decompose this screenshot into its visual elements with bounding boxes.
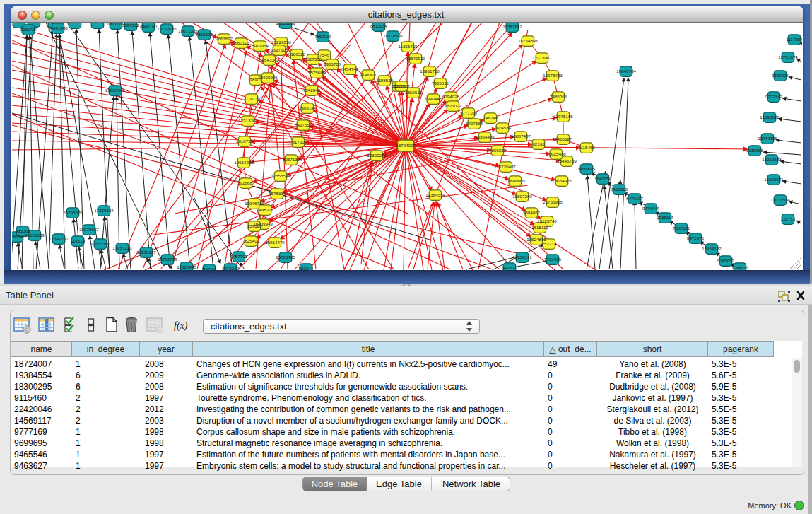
svg-text:5578334: 5578334 xyxy=(269,191,286,196)
svg-text:62160: 62160 xyxy=(532,141,545,146)
svg-text:9777169: 9777169 xyxy=(460,110,478,115)
svg-text:1990448: 1990448 xyxy=(425,96,442,101)
svg-text:10046786: 10046786 xyxy=(245,201,264,206)
svg-text:12384554: 12384554 xyxy=(425,192,445,197)
svg-text:2603144: 2603144 xyxy=(299,105,317,110)
svg-text:15120746: 15120746 xyxy=(537,218,557,223)
svg-text:9463627: 9463627 xyxy=(555,136,572,141)
svg-text:8454749: 8454749 xyxy=(341,66,359,71)
svg-text:7866233: 7866233 xyxy=(489,148,507,153)
svg-text:7625402: 7625402 xyxy=(242,238,260,243)
svg-text:19218506: 19218506 xyxy=(383,33,403,38)
svg-text:9146821: 9146821 xyxy=(360,72,377,77)
svg-text:12213363: 12213363 xyxy=(238,118,258,123)
svg-text:81700: 81700 xyxy=(292,139,305,144)
svg-text:746246: 746246 xyxy=(483,115,498,120)
svg-text:13300273: 13300273 xyxy=(367,153,387,158)
svg-text:2718170: 2718170 xyxy=(243,96,261,101)
svg-text:10025488: 10025488 xyxy=(546,151,566,156)
svg-text:1010755: 1010755 xyxy=(236,139,254,144)
svg-text:13640910: 13640910 xyxy=(406,56,425,61)
svg-text:8813054: 8813054 xyxy=(370,23,388,28)
svg-text:12342757: 12342757 xyxy=(49,236,69,241)
svg-text:f(x): f(x) xyxy=(174,320,188,332)
svg-text:8215958: 8215958 xyxy=(746,148,764,153)
svg-text:17019504: 17019504 xyxy=(770,197,790,202)
svg-text:20364436: 20364436 xyxy=(475,134,495,139)
svg-text:20975887: 20975887 xyxy=(79,227,99,232)
svg-text:7663822: 7663822 xyxy=(216,36,233,41)
svg-text:12093822: 12093822 xyxy=(760,115,779,119)
svg-text:16782759: 16782759 xyxy=(158,257,177,262)
svg-text:6794028: 6794028 xyxy=(442,94,460,99)
svg-text:18445759: 18445759 xyxy=(557,158,577,163)
svg-text:1821022: 1821022 xyxy=(445,103,462,108)
svg-text:2935114: 2935114 xyxy=(657,215,673,220)
svg-text:13716485: 13716485 xyxy=(276,255,295,259)
svg-text:9529906: 9529906 xyxy=(772,73,789,78)
svg-text:7485063: 7485063 xyxy=(550,94,567,99)
svg-text:2906708: 2906708 xyxy=(324,62,341,66)
svg-text:15720407: 15720407 xyxy=(496,164,516,169)
svg-text:15751074: 15751074 xyxy=(778,54,798,59)
svg-text:7515526: 7515526 xyxy=(196,32,213,37)
svg-text:15692971: 15692971 xyxy=(764,177,784,182)
svg-text:12353594: 12353594 xyxy=(271,173,290,178)
svg-text:9242845: 9242845 xyxy=(303,88,321,93)
svg-text:19654985: 19654985 xyxy=(234,160,254,165)
svg-text:116753: 116753 xyxy=(781,216,796,221)
svg-text:8186328: 8186328 xyxy=(288,52,306,57)
svg-text:13654923: 13654923 xyxy=(552,178,572,183)
svg-text:8660123: 8660123 xyxy=(233,40,250,45)
svg-text:252214: 252214 xyxy=(542,241,557,246)
svg-text:1527602: 1527602 xyxy=(122,23,140,28)
svg-text:1362615: 1362615 xyxy=(405,90,423,95)
svg-text:6497568: 6497568 xyxy=(466,121,483,126)
svg-text:10973493: 10973493 xyxy=(543,73,563,78)
svg-text:9699695: 9699695 xyxy=(578,166,596,171)
svg-text:10807487: 10807487 xyxy=(511,134,531,139)
svg-text:12823448: 12823448 xyxy=(177,264,196,269)
svg-text:1588520: 1588520 xyxy=(376,78,394,83)
svg-text:39154: 39154 xyxy=(12,234,23,239)
svg-text:1084533: 1084533 xyxy=(731,265,749,270)
svg-text:7955812: 7955812 xyxy=(432,81,449,86)
svg-text:20756928: 20756928 xyxy=(543,199,563,204)
svg-text:13226058: 13226058 xyxy=(271,40,291,45)
svg-text:2055724: 2055724 xyxy=(20,27,37,32)
svg-text:7857214: 7857214 xyxy=(314,34,332,39)
svg-text:8938923: 8938923 xyxy=(611,187,628,192)
svg-text:9684067: 9684067 xyxy=(523,210,541,215)
svg-text:10719185: 10719185 xyxy=(157,26,177,31)
svg-text:1624534: 1624534 xyxy=(494,125,512,130)
svg-text:8267130: 8267130 xyxy=(283,157,300,162)
svg-text:26206576: 26206576 xyxy=(63,210,83,215)
svg-text:1733426: 1733426 xyxy=(544,257,562,262)
svg-text:8427552: 8427552 xyxy=(295,122,312,127)
svg-text:16210643: 16210643 xyxy=(762,157,782,162)
svg-text:23420046: 23420046 xyxy=(258,75,278,80)
svg-text:16154808: 16154808 xyxy=(518,38,538,43)
svg-text:10958127: 10958127 xyxy=(136,250,156,255)
svg-text:9327503: 9327503 xyxy=(271,47,288,52)
svg-text:12156829: 12156829 xyxy=(25,233,45,238)
svg-text:29053346: 29053346 xyxy=(105,88,125,93)
svg-text:9115460: 9115460 xyxy=(578,145,595,150)
svg-text:16914479: 16914479 xyxy=(265,240,285,245)
svg-text:20387682: 20387682 xyxy=(502,24,522,29)
svg-text:18807269: 18807269 xyxy=(512,194,532,199)
svg-text:6466160: 6466160 xyxy=(140,24,158,29)
svg-text:9327506: 9327506 xyxy=(305,57,322,62)
svg-text:10543362: 10543362 xyxy=(259,57,279,62)
svg-text:9227342: 9227342 xyxy=(765,94,783,99)
svg-text:9245652: 9245652 xyxy=(717,258,735,263)
svg-text:6479197: 6479197 xyxy=(626,196,644,201)
svg-text:7575685: 7575685 xyxy=(308,70,326,75)
svg-text:16648784: 16648784 xyxy=(616,69,636,74)
svg-text:12213967: 12213967 xyxy=(532,55,552,60)
svg-text:8471676: 8471676 xyxy=(687,235,705,240)
svg-text:18724007: 18724007 xyxy=(396,143,416,148)
svg-text:1916687: 1916687 xyxy=(237,180,255,185)
svg-text:17359924: 17359924 xyxy=(94,208,114,213)
svg-text:1498222: 1498222 xyxy=(257,207,274,212)
